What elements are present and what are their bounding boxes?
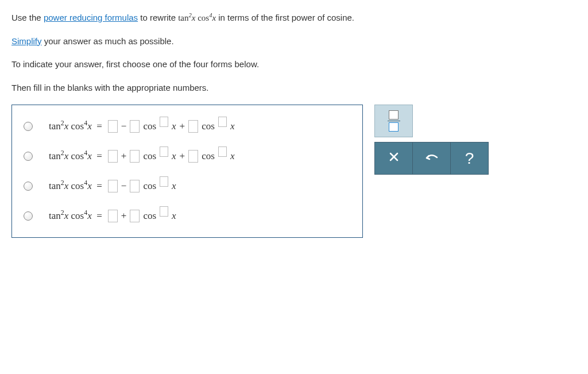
var: x — [87, 210, 92, 221]
option-4: tan2x cos4x = + cos x — [24, 210, 345, 222]
equals: = — [96, 121, 102, 132]
fraction-button[interactable] — [374, 105, 413, 137]
blank-input[interactable] — [130, 120, 140, 133]
instruction-line-1: Use the power reducing formulas to rewri… — [11, 11, 577, 25]
option-2: tan2x cos4x = + cos x + cos x — [24, 150, 345, 163]
blank-input[interactable] — [108, 180, 118, 192]
equals: = — [96, 180, 102, 191]
var: x — [87, 180, 92, 191]
cos-label: cos — [143, 210, 156, 222]
toolbar: ? — [374, 105, 489, 175]
blank-exponent-input[interactable] — [160, 206, 168, 217]
blank-input[interactable] — [130, 210, 140, 222]
plus-op: + — [180, 151, 185, 162]
plus-op: + — [121, 151, 127, 162]
instruction-line-2: Simplify your answer as much as possible… — [11, 35, 577, 48]
text: your answer as much as possible. — [42, 36, 174, 46]
undo-icon — [424, 152, 439, 165]
blank-input[interactable] — [108, 210, 118, 222]
cos-label: cos — [143, 151, 156, 162]
var: x — [172, 180, 176, 192]
cos-label: cos — [143, 121, 156, 132]
var: x — [87, 121, 92, 132]
blank-exponent-input[interactable] — [160, 146, 168, 157]
blank-input[interactable] — [130, 180, 140, 192]
blank-input[interactable] — [188, 150, 198, 163]
option-1: tan2x cos4x = − cos x + cos x — [24, 120, 345, 133]
cos-label: cos — [202, 151, 215, 162]
equals: = — [96, 151, 102, 161]
instruction-line-3: To indicate your answer, first choose on… — [11, 58, 577, 71]
text: in terms of the first power of cosine. — [216, 13, 354, 22]
option-2-expression: tan2x cos4x = + cos x + cos x — [49, 150, 234, 163]
cos-label: cos — [71, 180, 84, 191]
cos-label: cos — [71, 151, 84, 161]
var: x — [172, 151, 176, 162]
fraction-icon — [388, 110, 400, 132]
cos-label: cos — [71, 121, 84, 132]
plus-op: + — [121, 210, 127, 222]
blank-input[interactable] — [108, 150, 118, 163]
option-2-radio[interactable] — [24, 152, 33, 161]
cos-label: cos — [143, 180, 156, 192]
blank-input[interactable] — [188, 120, 198, 133]
minus-op: − — [121, 121, 127, 132]
cos-label: cos — [202, 121, 215, 132]
power-reducing-formulas-link[interactable]: power reducing formulas — [44, 13, 138, 22]
option-4-radio[interactable] — [24, 211, 33, 221]
option-3-radio[interactable] — [24, 182, 33, 191]
option-4-expression: tan2x cos4x = + cos x — [49, 210, 176, 222]
var: x — [172, 210, 176, 222]
clear-button[interactable] — [374, 142, 413, 175]
var: x — [64, 210, 69, 221]
var: x — [87, 151, 92, 161]
var: x — [230, 151, 235, 162]
blank-exponent-input[interactable] — [218, 146, 227, 157]
var: x — [64, 180, 69, 191]
text: Use the — [11, 13, 44, 22]
blank-exponent-input[interactable] — [218, 117, 227, 127]
blank-exponent-input[interactable] — [160, 176, 168, 187]
prompt-expression: tan2x cos4x — [178, 13, 216, 22]
help-icon: ? — [465, 149, 474, 168]
instruction-line-4: Then fill in the blanks with the appropr… — [11, 82, 577, 95]
blank-exponent-input[interactable] — [160, 117, 168, 127]
tan-label: tan — [49, 210, 61, 221]
tan-label: tan — [49, 151, 61, 161]
simplify-link[interactable]: Simplify — [11, 36, 42, 46]
option-3-expression: tan2x cos4x = − cos x — [49, 180, 176, 192]
plus-op: + — [180, 121, 185, 132]
close-icon — [388, 151, 400, 165]
var: x — [230, 121, 235, 132]
var: x — [64, 151, 69, 161]
minus-op: − — [121, 180, 127, 192]
tan-label: tan — [49, 121, 61, 132]
option-3: tan2x cos4x = − cos x — [24, 180, 345, 192]
tan-label: tan — [49, 180, 61, 191]
blank-input[interactable] — [108, 120, 118, 133]
option-1-expression: tan2x cos4x = − cos x + cos x — [49, 120, 234, 133]
answer-options-box: tan2x cos4x = − cos x + cos x — [11, 105, 363, 238]
text: to rewrite — [138, 13, 178, 22]
option-1-radio[interactable] — [24, 122, 33, 131]
help-button[interactable]: ? — [451, 142, 489, 175]
var: x — [172, 121, 176, 132]
undo-button[interactable] — [413, 142, 451, 175]
var: x — [64, 121, 69, 132]
cos-label: cos — [71, 210, 84, 221]
blank-input[interactable] — [130, 150, 140, 163]
equals: = — [96, 210, 102, 221]
